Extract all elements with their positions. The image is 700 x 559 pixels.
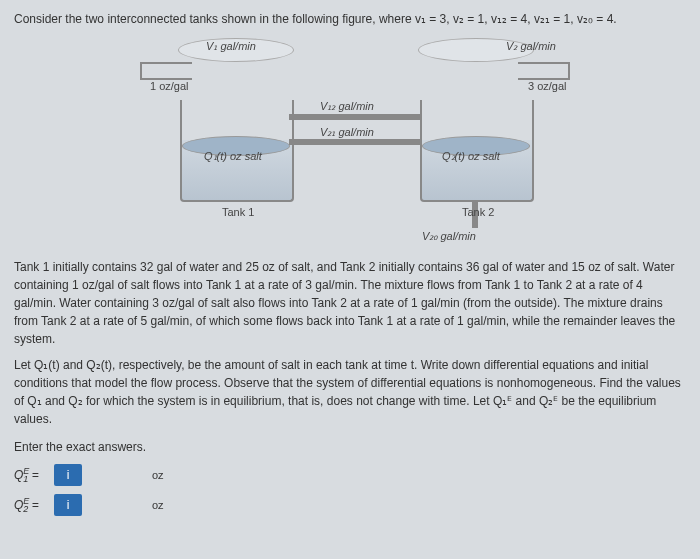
tanks-figure: V₁ gal/min V₂ gal/min 1 oz/gal 3 oz/gal … [110, 44, 590, 244]
pipe-v21 [289, 139, 421, 145]
q1-label: QE1 = [14, 466, 54, 484]
label-in1: 1 oz/gal [150, 80, 189, 92]
tank-1-label: Tank 1 [222, 206, 254, 218]
q2-input[interactable]: i [54, 494, 82, 516]
q2-unit: oz [152, 499, 164, 511]
label-v21: V₂₁ gal/min [320, 126, 374, 139]
label-v2: V₂ gal/min [506, 40, 556, 53]
label-v1: V₁ gal/min [206, 40, 256, 53]
answer-prompt: Enter the exact answers. [14, 438, 686, 456]
inlet-right [518, 62, 570, 80]
q1-unit: oz [152, 469, 164, 481]
problem-para1: Tank 1 initially contains 32 gal of wate… [14, 258, 686, 348]
label-v20: V₂₀ gal/min [422, 230, 476, 243]
problem-para2: Let Q₁(t) and Q₂(t), respectively, be th… [14, 356, 686, 428]
q2-label: QE2 = [14, 496, 54, 514]
inlet-left [140, 62, 192, 80]
label-v12: V₁₂ gal/min [320, 100, 374, 113]
pipe-v12 [289, 114, 421, 120]
label-q1: Q₁(t) oz salt [204, 150, 262, 163]
label-q2: Q₂(t) oz salt [442, 150, 500, 163]
problem-intro: Consider the two interconnected tanks sh… [14, 10, 686, 28]
label-in2: 3 oz/gal [528, 80, 567, 92]
tank-2-label: Tank 2 [462, 206, 494, 218]
q1-input[interactable]: i [54, 464, 82, 486]
